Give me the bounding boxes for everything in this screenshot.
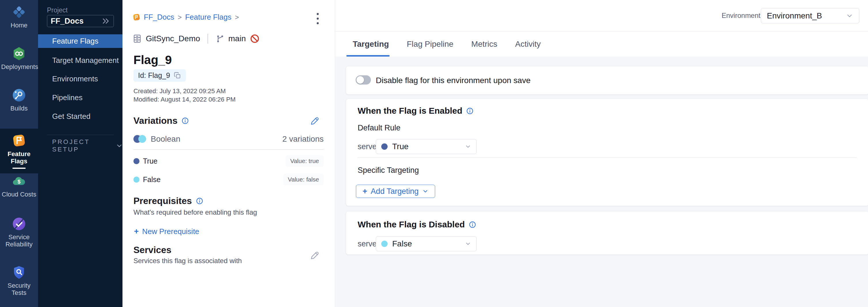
module-rail: Home Deployments Builds <box>0 0 38 307</box>
chevron-down-icon <box>116 142 122 150</box>
disable-flag-toggle[interactable] <box>355 75 371 85</box>
breadcrumb-project-link[interactable]: FF_Docs <box>144 13 174 22</box>
tab-targeting[interactable]: Targeting <box>353 39 389 49</box>
sidebar-item-label: Pipelines <box>52 93 83 102</box>
variation-value-badge: Value: false <box>283 174 323 185</box>
targeting-tab-content: Disable flag for this environment upon s… <box>336 57 868 307</box>
plus-icon: + <box>134 227 138 236</box>
info-icon[interactable] <box>466 107 473 115</box>
services-subtitle: Services this flag is associated with <box>133 257 242 265</box>
variations-title: Variations <box>133 115 178 126</box>
rail-item-deployments[interactable]: Deployments <box>0 46 38 71</box>
chevron-down-icon <box>422 188 429 194</box>
info-icon[interactable] <box>196 197 203 204</box>
flag-options-menu-button[interactable] <box>313 11 322 25</box>
flag-modified-text: Modified: August 14, 2022 06:26 PM <box>133 96 236 103</box>
sidebar-item-pipelines[interactable]: Pipelines <box>38 91 122 104</box>
environment-select[interactable]: Environment_B <box>761 8 859 23</box>
serve-value: True <box>392 142 460 151</box>
breadcrumb-separator: > <box>235 13 239 21</box>
flag-detail-column: FF_Docs > Feature Flags > GitSync_Demo m… <box>122 0 335 307</box>
sidebar-item-environments[interactable]: Environments <box>38 72 122 85</box>
plus-icon: + <box>363 187 367 196</box>
rail-item-home[interactable]: Home <box>0 5 38 29</box>
git-sync-row: GitSync_Demo main <box>132 33 260 45</box>
flag-disabled-header: When the Flag is Disabled <box>358 220 476 229</box>
info-icon[interactable] <box>469 221 476 228</box>
feature-flag-detail-page: Home Deployments Builds <box>0 0 868 307</box>
sidebar-item-label: Environments <box>52 75 98 83</box>
serve-label: serve <box>358 142 376 151</box>
project-setup-section-toggle[interactable]: PROJECT SETUP <box>52 141 122 150</box>
services-title: Services <box>133 245 172 255</box>
rail-item-service-reliability[interactable]: Service Reliability <box>0 216 38 248</box>
builds-icon <box>11 88 27 103</box>
edit-variations-pencil-icon[interactable] <box>309 115 319 125</box>
variation-count: 2 variations <box>282 135 323 144</box>
service-reliability-icon <box>11 216 27 231</box>
variation-row-false: False Value: false <box>133 174 323 185</box>
rail-item-cloud-costs[interactable]: $ Cloud Costs <box>0 174 38 198</box>
sidebar-item-label: Feature Flags <box>52 37 98 46</box>
svg-text:$: $ <box>18 178 21 185</box>
git-sync-disabled-ban-icon <box>250 34 260 44</box>
flag-title: Flag_9 <box>133 53 172 67</box>
new-prerequisite-button[interactable]: + New Prerequisite <box>134 227 199 236</box>
breadcrumb-separator: > <box>178 13 182 21</box>
prerequisites-header: Prerequisites <box>133 196 203 206</box>
tab-metrics[interactable]: Metrics <box>471 39 497 49</box>
project-selector[interactable]: FF_Docs <box>47 15 114 27</box>
copy-icon[interactable] <box>174 72 181 79</box>
variation-name: False <box>143 175 283 184</box>
sidebar-item-get-started[interactable]: Get Started <box>38 110 122 123</box>
flag-disabled-card: When the Flag is Disabled serve False <box>346 212 868 254</box>
rail-item-builds[interactable]: Builds <box>0 88 38 112</box>
chevron-down-icon <box>846 12 853 20</box>
environment-value: Environment_B <box>767 11 846 21</box>
sidebar-item-feature-flags[interactable]: Feature Flags <box>38 34 122 48</box>
prerequisites-title: Prerequisites <box>133 196 192 206</box>
disable-flag-card: Disable flag for this environment upon s… <box>346 66 868 94</box>
tab-flag-pipeline[interactable]: Flag Pipeline <box>407 39 453 49</box>
breadcrumb: FF_Docs > Feature Flags > <box>132 13 239 22</box>
sidebar-item-target-management[interactable]: Target Management <box>38 54 122 67</box>
serve-label: serve <box>358 240 376 248</box>
project-label: Project <box>47 6 68 14</box>
chevron-down-icon <box>465 241 471 247</box>
divider <box>358 157 857 158</box>
tab-activity[interactable]: Activity <box>515 39 541 49</box>
variation-row-true: True Value: true <box>133 156 323 166</box>
rail-item-label: Home <box>11 22 28 29</box>
git-branch-name: main <box>228 34 246 43</box>
flag-enabled-header: When the Flag is Enabled <box>358 106 473 116</box>
services-header: Services <box>133 245 172 255</box>
feature-flags-icon <box>11 133 27 148</box>
specific-targeting-label: Specific Targeting <box>358 166 419 175</box>
rail-item-security-tests[interactable]: Security Tests <box>0 265 38 297</box>
rail-item-label: Builds <box>10 105 28 112</box>
git-repo-name: GitSync_Demo <box>146 34 200 43</box>
project-sidebar: Project FF_Docs Feature Flags Target Man… <box>38 0 122 307</box>
breadcrumb-section-link[interactable]: Feature Flags <box>185 13 231 22</box>
disabled-serve-row: serve False <box>358 236 477 251</box>
info-icon[interactable] <box>182 117 189 124</box>
deployments-icon <box>11 46 27 61</box>
variation-value-badge: Value: true <box>286 155 323 167</box>
default-rule-serve-row: serve True <box>358 139 477 154</box>
flag-tabs: Targeting Flag Pipeline Metrics Activity <box>336 31 868 57</box>
variation-type-label: Boolean <box>151 135 282 144</box>
add-targeting-button[interactable]: + Add Targeting <box>356 185 435 198</box>
serve-variation-select-enabled[interactable]: True <box>376 139 477 154</box>
boolean-variation-icon <box>133 135 147 143</box>
variation-name: True <box>143 157 286 165</box>
variation-false-dot <box>133 176 140 183</box>
rail-item-label: Security Tests <box>1 282 37 297</box>
flag-enabled-card: When the Flag is Enabled Default Rule se… <box>346 99 868 206</box>
edit-services-pencil-icon[interactable] <box>309 250 319 260</box>
flag-created-text: Created: July 13, 2022 09:25 AM <box>133 87 226 95</box>
serve-variation-select-disabled[interactable]: False <box>376 236 477 251</box>
harness-flag-icon <box>132 13 141 21</box>
serve-value: False <box>392 239 460 248</box>
divider <box>208 34 208 44</box>
rail-item-feature-flags[interactable]: Feature Flags <box>0 129 38 173</box>
